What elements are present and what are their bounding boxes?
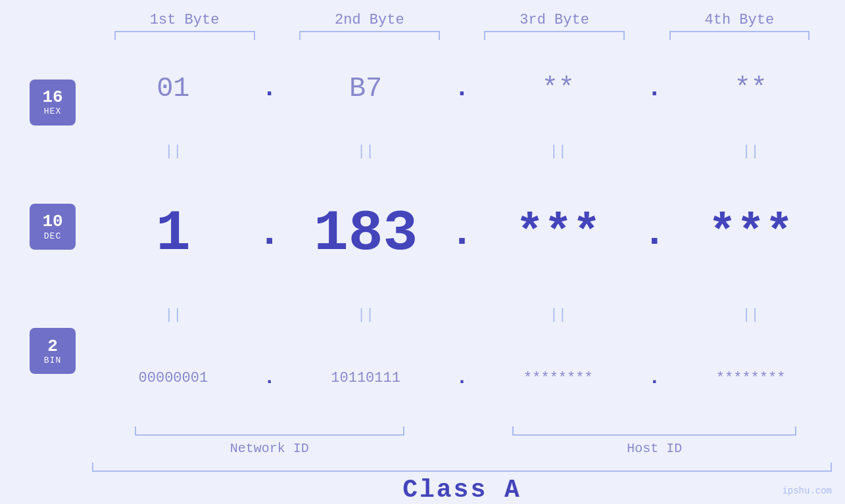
hex-row: 01 . B7 . ** . ** (92, 40, 832, 137)
bin-row: 00000001 . 10110111 . ******** . *******… (92, 330, 832, 426)
bracket-line-3 (484, 31, 625, 40)
hex-val-2: B7 (349, 73, 382, 104)
eq2-text-4: || (742, 307, 759, 323)
class-bracket-line (92, 463, 832, 472)
bin-val-3: ******** (523, 370, 593, 386)
eq2-text-2: || (357, 307, 374, 323)
bin-val-4: ******** (716, 370, 786, 386)
bin-dot-2: . (447, 367, 477, 389)
bin-byte-3: ******** (477, 370, 640, 386)
eq1-cell-2: || (285, 143, 447, 160)
eq-row-1: || || || || (92, 137, 832, 166)
eq2-cell-4: || (669, 307, 832, 323)
eq1-cell-1: || (92, 143, 254, 160)
hex-byte-2: B7 (285, 73, 447, 104)
hex-byte-4: ** (669, 73, 832, 104)
top-bracket-2 (277, 31, 462, 40)
top-bracket-4 (647, 31, 832, 40)
watermark: ipshu.com (782, 486, 832, 496)
hex-badge-label: HEX (44, 106, 61, 116)
hex-badge-number: 16 (42, 88, 62, 107)
bracket-line-4 (669, 31, 810, 40)
dec-row: 1 . 183 . *** . *** (92, 166, 832, 301)
network-id-label: Network ID (230, 441, 309, 456)
dec-val-1: 1 (156, 201, 191, 266)
hex-dot-1: . (254, 74, 285, 103)
hex-byte-1: 01 (92, 73, 254, 104)
bin-val-1: 00000001 (139, 370, 208, 386)
host-bracket-line (512, 426, 796, 436)
bin-dot-1: . (254, 367, 285, 389)
byte-header-3: 3rd Byte (462, 12, 647, 28)
host-id-label: Host ID (627, 441, 682, 456)
dec-row-inner: 1 . 183 . *** . *** (92, 201, 832, 266)
hex-val-1: 01 (157, 73, 189, 104)
dec-dot-2: . (447, 211, 477, 256)
bin-badge: 2 BIN (30, 328, 76, 374)
eq-row-1-inner: || || || || (92, 143, 832, 160)
eq2-text-1: || (164, 307, 181, 323)
bin-byte-4: ******** (669, 370, 832, 386)
dec-badge-number: 10 (42, 212, 62, 231)
eq1-cell-4: || (669, 143, 832, 160)
dec-byte-2: 183 (285, 201, 447, 266)
byte-headers: 1st Byte 2nd Byte 3rd Byte 4th Byte (0, 0, 845, 28)
bin-dot-3: . (639, 367, 669, 389)
hex-row-inner: 01 . B7 . ** . ** (92, 73, 832, 104)
bin-byte-2: 10110111 (285, 370, 447, 386)
dec-byte-1: 1 (92, 201, 254, 266)
eq1-text-2: || (357, 143, 374, 160)
class-a-section: Class A (92, 463, 832, 504)
eq1-cell-3: || (477, 143, 640, 160)
top-brackets (0, 31, 845, 40)
class-a-label: Class A (402, 476, 521, 504)
network-bracket-line (135, 426, 404, 436)
hex-badge: 16 HEX (30, 80, 76, 126)
eq2-cell-2: || (285, 307, 447, 323)
dec-val-3: *** (516, 206, 601, 260)
eq-row-2: || || || || (92, 301, 832, 330)
dec-val-2: 183 (314, 201, 418, 266)
bin-badge-label: BIN (44, 355, 61, 365)
byte-header-2: 2nd Byte (277, 12, 462, 28)
dec-dot-1: . (254, 211, 285, 256)
network-id-bracket: Network ID (92, 426, 447, 456)
hex-val-3: ** (542, 73, 575, 104)
eq-row-2-inner: || || || || (92, 307, 832, 323)
bottom-section: Network ID Host ID Class A (0, 426, 845, 504)
hex-dot-2: . (447, 74, 477, 103)
dec-dot-3: . (639, 211, 669, 256)
bin-byte-1: 00000001 (92, 370, 254, 386)
bin-row-inner: 00000001 . 10110111 . ******** . *******… (92, 367, 832, 389)
dec-badge: 10 DEC (30, 204, 76, 250)
eq1-text-3: || (550, 143, 567, 160)
bin-val-2: 10110111 (331, 370, 400, 386)
bracket-line-1 (114, 31, 255, 40)
hex-byte-3: ** (477, 73, 640, 104)
dec-byte-3: *** (477, 206, 640, 260)
top-bracket-3 (462, 31, 647, 40)
eq1-text-1: || (164, 143, 181, 160)
eq1-text-4: || (742, 143, 759, 160)
bracket-line-2 (299, 31, 440, 40)
byte-header-4: 4th Byte (647, 12, 832, 28)
bot-id-bracket-row: Network ID Host ID (92, 426, 832, 456)
dec-val-4: *** (708, 206, 794, 260)
badges-column: 16 HEX 10 DEC 2 BIN (13, 40, 92, 426)
middle-section: 16 HEX 10 DEC 2 BIN 01 . (0, 40, 845, 426)
hex-val-4: ** (734, 73, 767, 104)
host-id-bracket: Host ID (477, 426, 833, 456)
hex-dot-3: . (639, 74, 669, 103)
dec-badge-label: DEC (44, 231, 61, 241)
eq2-cell-3: || (477, 307, 640, 323)
top-bracket-1 (92, 31, 277, 40)
eq2-cell-1: || (92, 307, 254, 323)
bin-badge-number: 2 (47, 337, 58, 356)
dec-byte-4: *** (669, 206, 832, 260)
data-rows: 01 . B7 . ** . ** (92, 40, 832, 426)
eq2-text-3: || (550, 307, 567, 323)
byte-header-1: 1st Byte (92, 12, 277, 28)
